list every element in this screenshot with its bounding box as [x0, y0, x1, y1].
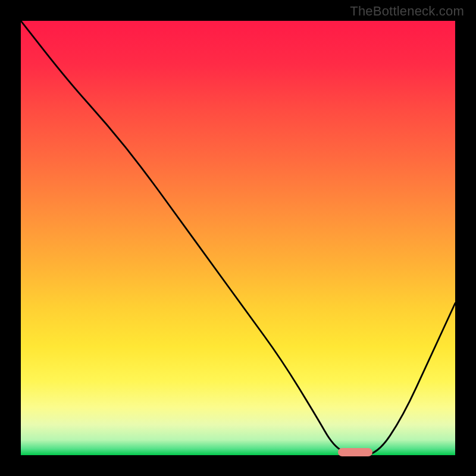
chart-container: TheBottleneck.com	[0, 0, 476, 476]
optimal-range-marker	[338, 448, 372, 456]
watermark-text: TheBottleneck.com	[350, 4, 464, 19]
plot-area	[21, 21, 455, 455]
bottleneck-curve	[21, 21, 455, 455]
